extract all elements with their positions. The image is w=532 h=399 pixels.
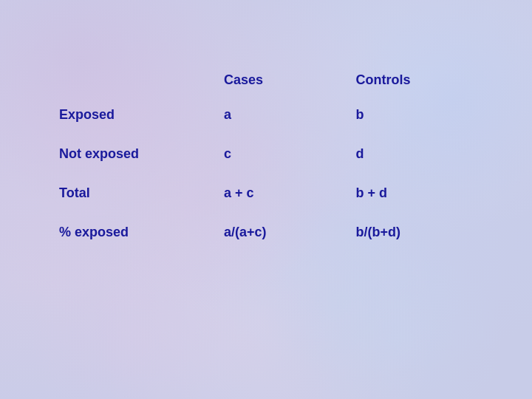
header-controls: Controls — [341, 59, 473, 95]
row-3-label: % exposed — [44, 213, 209, 252]
row-3-controls: b/(b+d) — [341, 213, 473, 252]
row-2-label: Total — [44, 174, 209, 213]
row-3-cases: a/(a+c) — [209, 213, 341, 252]
header-label — [44, 59, 209, 95]
table-row: % exposeda/(a+c)b/(b+d) — [44, 213, 473, 252]
table-header-row: Cases Controls — [44, 59, 473, 95]
main-table-container: Cases Controls ExposedabNot exposedcdTot… — [44, 59, 473, 252]
contingency-table: Cases Controls ExposedabNot exposedcdTot… — [44, 59, 473, 252]
row-0-label: Exposed — [44, 95, 209, 134]
row-1-controls: d — [341, 134, 473, 174]
row-1-label: Not exposed — [44, 134, 209, 174]
row-0-cases: a — [209, 95, 341, 134]
header-cases: Cases — [209, 59, 341, 95]
row-2-controls: b + d — [341, 174, 473, 213]
table-row: Exposedab — [44, 95, 473, 134]
table-row: Not exposedcd — [44, 134, 473, 174]
table-row: Totala + cb + d — [44, 174, 473, 213]
row-1-cases: c — [209, 134, 341, 174]
row-2-cases: a + c — [209, 174, 341, 213]
row-0-controls: b — [341, 95, 473, 134]
